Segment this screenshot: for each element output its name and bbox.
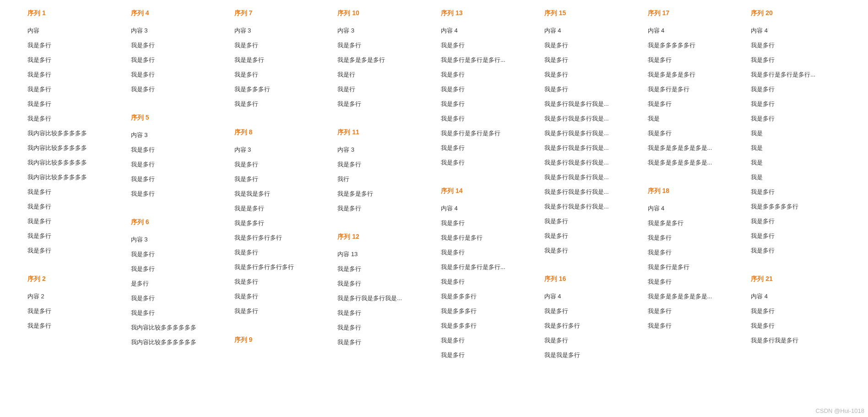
section: 序列 5内容 3我是多行我是多行我是多行我是多行 <box>131 114 221 204</box>
section-item: 我是多行 <box>648 307 738 315</box>
section-item: 我是多行我是多行我是... <box>544 159 634 167</box>
section-item: 我是多行 <box>441 278 531 286</box>
section-title: 序列 18 <box>648 187 738 195</box>
section-title: 序列 15 <box>544 9 634 17</box>
section-item: 我是多行多行多行多行 <box>234 263 324 271</box>
section-item: 我是多行 <box>544 232 634 240</box>
section-item: 我是多行 <box>441 85 531 93</box>
section-item: 内容 4 <box>648 27 738 35</box>
section-item: 我是多行 <box>648 129 738 137</box>
section: 序列 4内容 3我是多行我是多行我是多行我是多行 <box>131 9 221 100</box>
section-item: 我是多行 <box>234 71 324 79</box>
section-item: 我是多行我是多行我是... <box>337 294 427 302</box>
section-item: 我是多行 <box>648 56 738 64</box>
section-title: 序列 6 <box>131 218 221 226</box>
section-item: 我内容比较多多多多多多 <box>131 324 221 332</box>
section: 序列 11内容 3我是多行我行我是多是多行我是多行 <box>337 128 427 219</box>
section-title: 序列 7 <box>234 9 324 17</box>
section-item: 是多行 <box>131 280 221 288</box>
section-title: 序列 21 <box>751 275 841 283</box>
section-item: 我是多行 <box>751 217 841 225</box>
section-item: 我是多行 <box>751 232 841 240</box>
section-item: 内容 4 <box>441 204 531 213</box>
section-item: 我是多行是多行 <box>648 85 738 93</box>
section: 序列 20内容 4我是多行我是多行我是多行是多行是多行...我是多行我是多行我是… <box>751 9 841 261</box>
section-item: 我是多行是多行是多行... <box>441 56 531 64</box>
section-item: 我是多行是多行 <box>441 234 531 242</box>
section-title: 序列 1 <box>27 9 117 17</box>
section-item: 我是多行我是多行我是... <box>544 173 634 181</box>
section-item: 我是多行 <box>441 71 531 79</box>
section-item: 我是多行 <box>234 160 324 169</box>
section-title: 序列 9 <box>234 336 324 344</box>
section: 序列 18内容 4我是多是多行我是多行我是多行我是多行是多行我是多行我是多是多是… <box>648 187 738 336</box>
section-title: 序列 20 <box>751 9 841 17</box>
section-item: 我是多行 <box>337 280 427 288</box>
section-item: 我是多是多是多行 <box>648 71 738 79</box>
section-item: 我是多行 <box>544 85 634 93</box>
section-item: 我是多行我是多行我是... <box>544 144 634 152</box>
section-item: 我是多行 <box>27 247 117 255</box>
section-item: 我内容比较多多多多多 <box>27 129 117 137</box>
section-item: 我是多行 <box>544 41 634 49</box>
section-item: 我是多行 <box>234 248 324 257</box>
section: 序列 6内容 3我是多行我是多行是多行我是多行我是多行我内容比较多多多多多多我内… <box>131 218 221 353</box>
section-item: 我是多行 <box>131 41 221 49</box>
section-item: 我是多行 <box>648 278 738 286</box>
section-item: 我是多行 <box>234 175 324 183</box>
section-item: 我是多行 <box>337 41 427 49</box>
section-item: 我是 <box>751 144 841 152</box>
section-item: 我是多行 <box>27 217 117 225</box>
section-item: 我是行 <box>337 71 427 79</box>
section-item: 内容 4 <box>544 292 634 301</box>
page-columns: 序列 1内容我是多行我是多行我是多行我是多行我是多行我是多行我内容比较多多多多多… <box>0 0 868 412</box>
section-title: 序列 4 <box>131 9 221 17</box>
section-item: 我内容比较多多多多多 <box>27 144 117 152</box>
section: 序列 21内容 4我是多行我是多行我是多行我是多行 <box>751 275 841 351</box>
section-item: 我是 <box>751 159 841 167</box>
section-item: 内容 13 <box>337 250 427 258</box>
section-item: 我是多行我是多行我是... <box>544 100 634 108</box>
section-item: 我是多行我是多行我是... <box>544 129 634 137</box>
section-item: 我是多行 <box>234 278 324 286</box>
section: 序列 8内容 3我是多行我是多行我是我是多行我是是多行我是多多行我是多行多行多行… <box>234 128 324 322</box>
section-item: 我是多行 <box>27 188 117 196</box>
section-item: 我是我是多行 <box>544 351 634 359</box>
section-item: 我是多行是多行是多行... <box>441 263 531 271</box>
section: 序列 9 <box>234 336 324 353</box>
section-item: 我内容比较多多多多多 <box>27 173 117 181</box>
section-title: 序列 16 <box>544 275 634 283</box>
section-item: 我内容比较多多多多多多 <box>131 338 221 346</box>
section-item: 我是多是多是多是多是... <box>648 144 738 152</box>
section: 序列 1内容我是多行我是多行我是多行我是多行我是多行我是多行我内容比较多多多多多… <box>27 9 117 261</box>
section-item: 我是多行 <box>441 351 531 359</box>
section-item: 我是多行 <box>131 146 221 154</box>
section-item: 我是多行 <box>751 56 841 64</box>
section-title: 序列 11 <box>337 128 427 137</box>
section-item: 我是多行 <box>27 71 117 79</box>
section-item: 我是多行 <box>131 56 221 64</box>
section-item: 我是多行我是多行 <box>751 336 841 345</box>
section-item: 我是多行 <box>27 232 117 240</box>
section-item: 我是多行 <box>751 85 841 93</box>
section-item: 我是多行 <box>648 322 738 330</box>
section-item: 我是多行 <box>131 250 221 258</box>
section-item: 我是多行 <box>648 234 738 242</box>
section: 序列 7内容 3我是多行我是是多行我是多行我是多多多行我是多行 <box>234 9 324 115</box>
section-item: 我是多行 <box>544 336 634 345</box>
section-item: 我是多行 <box>131 265 221 273</box>
section-item: 我是多行是多行是多行 <box>441 129 531 137</box>
section-item: 我是多是多行 <box>648 219 738 227</box>
section-item: 我是多行 <box>441 219 531 227</box>
section-item: 我是 <box>751 129 841 137</box>
section-item: 内容 4 <box>544 27 634 35</box>
section-item: 我是多行 <box>751 322 841 330</box>
section-item: 我是多行 <box>337 100 427 108</box>
section-item: 我是多行多行多行 <box>234 234 324 242</box>
section-item: 我是多行 <box>131 294 221 302</box>
section-title: 序列 14 <box>441 187 531 195</box>
section: 序列 14内容 4我是多行我是多行是多行我是多行我是多行是多行是多行...我是多… <box>441 187 531 366</box>
section-item: 内容 3 <box>131 131 221 139</box>
section-item: 我是多是多是多行 <box>337 56 427 64</box>
section-item: 我是多行 <box>337 160 427 169</box>
